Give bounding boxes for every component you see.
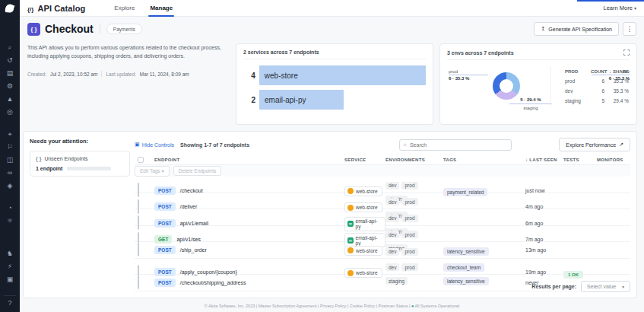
environments-card: 3 envs across 7 endpoints prod 6 · 35.3 … (439, 43, 637, 125)
more-options-button[interactable]: ⋮ (623, 22, 636, 36)
api-description: This API allows you to perform various o… (27, 43, 231, 60)
col-tests[interactable]: TESTS (563, 158, 597, 162)
env-pill-dev: dev (385, 263, 399, 271)
row-checkbox[interactable] (138, 183, 139, 197)
unseen-endpoints-title: Unseen Endpoints (44, 156, 87, 161)
help-icon[interactable]: ? (0, 298, 20, 307)
last-seen-value: 6m ago (525, 221, 563, 226)
app-logo-icon[interactable] (4, 3, 16, 17)
env-pill-dev: dev (385, 248, 399, 256)
col-tags[interactable]: TAGS (443, 158, 525, 162)
endpoint-row[interactable]: POST/ship_orderweb-storedevprodlatency_s… (135, 242, 630, 259)
reports-icon[interactable]: ▤ (0, 68, 20, 78)
endpoint-path[interactable]: api/v1/email (180, 221, 208, 226)
service-count: 2 (243, 96, 255, 104)
stack-icon[interactable]: ▣ (0, 275, 20, 284)
web-store-icon (347, 247, 354, 253)
checkbox-panel-icon: ▣ (135, 142, 140, 148)
generate-api-spec-button[interactable]: ↥ Generate API Specification (534, 22, 619, 36)
tag-pill-payment_related: payment_related (443, 188, 487, 196)
col-service[interactable]: SERVICE (344, 158, 385, 162)
service-bar[interactable]: email-api-py (259, 90, 344, 110)
row-checkbox[interactable] (138, 215, 139, 230)
endpoint-path[interactable]: /checkout/shipping_address (180, 280, 246, 285)
hide-controls-link[interactable]: ▣ Hide Controls (135, 142, 174, 148)
row-checkbox[interactable] (138, 275, 139, 289)
select-all-checkbox[interactable] (138, 157, 144, 163)
unseen-endpoints-count: 1 endpoint (36, 166, 62, 171)
service-pill[interactable]: web-store (344, 246, 382, 256)
footer-link[interactable]: Postman Status (379, 304, 408, 308)
col-monitors[interactable]: MONITORS (597, 158, 620, 162)
agent-dog-icon[interactable]: ♞ (0, 249, 20, 258)
last-seen-value: just now (525, 188, 563, 193)
shield-icon[interactable]: ◈ (0, 181, 20, 190)
endpoint-path[interactable]: /apply_coupon/{coupon} (180, 269, 237, 275)
tab-explore[interactable]: Explore (106, 0, 142, 17)
row-checkbox[interactable] (138, 199, 139, 214)
alerts-flag-icon[interactable]: ⚐ (0, 142, 20, 151)
copyright: © Akita Software, Inc. 2023 (205, 304, 255, 308)
unseen-endpoints-card[interactable]: { } Unseen Endpoints 1 endpoint (30, 151, 130, 177)
brand[interactable]: {/} API Catalog (27, 4, 85, 13)
new-spark-icon[interactable]: ⚡ (0, 262, 20, 271)
learn-more-dropdown[interactable]: Learn More ▾ (604, 5, 636, 11)
explore-target-icon[interactable]: ◎ (0, 107, 20, 116)
env-pill-dev: dev (385, 198, 399, 205)
status-text[interactable]: All Systems Operational (414, 304, 459, 308)
endpoint-path[interactable]: /ship_order (180, 247, 207, 253)
deployments-icon[interactable]: ◫ (0, 155, 20, 164)
tab-manage[interactable]: Manage (142, 0, 180, 17)
method-badge: POST (154, 279, 176, 287)
metrics-icon[interactable]: ▲ (0, 94, 20, 103)
email-service-icon: ✉ (347, 221, 354, 227)
last-seen-value: 7m ago (525, 237, 563, 242)
integrations-link-icon[interactable]: ∞ (0, 168, 20, 177)
top-navbar: {/} API Catalog Explore Manage Learn Mor… (20, 0, 644, 17)
delete-endpoints-button[interactable]: Delete Endpoints (173, 166, 222, 176)
history-icon[interactable]: ↺ (0, 56, 20, 65)
service-bar[interactable]: web-store (259, 65, 426, 85)
explore-performance-button[interactable]: Explore Performance ↗ (559, 138, 630, 151)
payments-tag-badge[interactable]: Payments (106, 24, 142, 34)
service-pill[interactable]: web-store (344, 202, 382, 212)
expand-icon[interactable] (623, 49, 630, 56)
model-icon[interactable]: ⌖ (0, 129, 20, 138)
footer-link[interactable]: Master Subscription Agreement (259, 304, 317, 308)
service-count: 4 (243, 72, 255, 80)
legend-row-staging: staging529.4 % (557, 96, 630, 106)
legend-col-share[interactable]: ↓ SHARE (606, 69, 630, 74)
settings-gear-icon[interactable]: ⚙ (0, 81, 20, 91)
env-pill-prod: prod (401, 198, 417, 205)
footer-link[interactable]: Cookie Policy (350, 304, 375, 308)
sidebar-divider (4, 295, 16, 296)
performance-gauge-icon[interactable]: ◔ (0, 203, 20, 212)
endpoint-row[interactable]: POST/apply_coupon/{coupon}web-storedevpr… (135, 259, 630, 275)
service-pill[interactable]: ✉email-api-py (344, 217, 385, 231)
endpoint-path[interactable]: /deliver (180, 204, 198, 209)
diagnostics-icon[interactable]: ⚛ (0, 216, 20, 225)
row-checkbox[interactable] (138, 242, 139, 256)
service-pill[interactable]: web-store (344, 268, 382, 278)
endpoint-path[interactable]: /checkout (180, 188, 203, 193)
page-size-select[interactable]: Select value ▾ (581, 281, 630, 292)
tests-status-badge[interactable]: 1 OK (563, 271, 583, 279)
col-environments[interactable]: ENVIRONMENTS (385, 158, 443, 162)
col-endpoint[interactable]: ENDPOINT (154, 158, 344, 162)
brand-name: API Catalog (37, 4, 85, 13)
col-last-seen[interactable]: ↓ LAST SEEN (525, 158, 563, 162)
edit-tags-button[interactable]: Edit Tags ▾ (135, 166, 170, 177)
environments-legend-table: PROD COUNT ↓ SHARE prod635.3 %dev635.3 %… (550, 66, 630, 106)
search-input[interactable] (410, 142, 507, 148)
bulk-actions-toolbar: Edit Tags ▾ Delete Endpoints (135, 165, 630, 177)
footer-link[interactable]: Privacy Policy (320, 304, 346, 308)
tag-pill-latency_sensitive: latency_sensitive (443, 277, 489, 285)
method-badge: POST (154, 246, 176, 254)
table-controls: ▣ Hide Controls Showing 1-7 of 7 endpoin… (135, 138, 630, 151)
endpoint-row[interactable]: POST/checkoutweb-storedevprodstagingpaym… (135, 177, 630, 193)
env-pill-prod: prod (401, 231, 417, 238)
endpoint-path[interactable]: api/v1/ses (176, 237, 201, 242)
legend-row-prod: prod635.3 % (557, 76, 630, 86)
search-icon[interactable]: ⌕ (0, 43, 20, 52)
service-pill[interactable]: web-store (344, 186, 382, 196)
